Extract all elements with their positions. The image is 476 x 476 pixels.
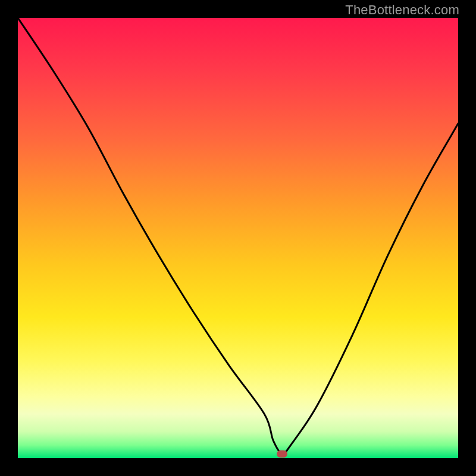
watermark-text: TheBottleneck.com [345, 2, 459, 18]
minimum-marker [277, 450, 287, 458]
bottleneck-curve [18, 18, 458, 458]
chart-frame: TheBottleneck.com [0, 0, 476, 476]
plot-area [18, 18, 458, 458]
